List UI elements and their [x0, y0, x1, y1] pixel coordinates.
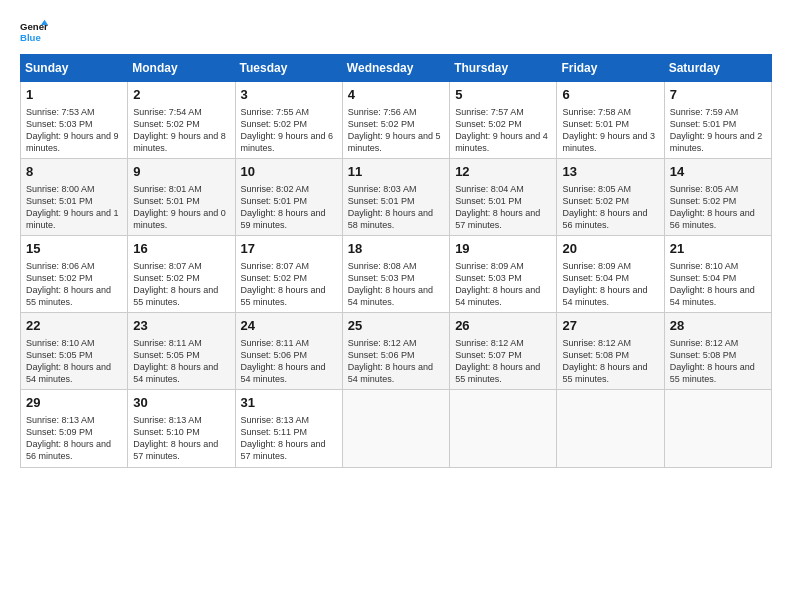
- day-header-sunday: Sunday: [21, 55, 128, 82]
- calendar-cell: 25Sunrise: 8:12 AMSunset: 5:06 PMDayligh…: [342, 313, 449, 390]
- day-number: 24: [241, 317, 337, 335]
- calendar-cell: 27Sunrise: 8:12 AMSunset: 5:08 PMDayligh…: [557, 313, 664, 390]
- daylight-text: Daylight: 8 hours and 57 minutes.: [133, 438, 229, 462]
- sunrise-text: Sunrise: 8:11 AM: [241, 337, 337, 349]
- day-number: 1: [26, 86, 122, 104]
- sunset-text: Sunset: 5:01 PM: [133, 195, 229, 207]
- day-number: 30: [133, 394, 229, 412]
- sunrise-text: Sunrise: 8:10 AM: [26, 337, 122, 349]
- sunset-text: Sunset: 5:02 PM: [26, 272, 122, 284]
- sunset-text: Sunset: 5:02 PM: [133, 118, 229, 130]
- daylight-text: Daylight: 9 hours and 1 minute.: [26, 207, 122, 231]
- sunset-text: Sunset: 5:02 PM: [241, 272, 337, 284]
- day-number: 14: [670, 163, 766, 181]
- calendar-cell: 3Sunrise: 7:55 AMSunset: 5:02 PMDaylight…: [235, 82, 342, 159]
- sunrise-text: Sunrise: 8:00 AM: [26, 183, 122, 195]
- sunset-text: Sunset: 5:02 PM: [670, 195, 766, 207]
- day-number: 16: [133, 240, 229, 258]
- calendar-header-row: SundayMondayTuesdayWednesdayThursdayFrid…: [21, 55, 772, 82]
- daylight-text: Daylight: 9 hours and 6 minutes.: [241, 130, 337, 154]
- sunrise-text: Sunrise: 8:12 AM: [670, 337, 766, 349]
- sunset-text: Sunset: 5:02 PM: [562, 195, 658, 207]
- calendar-cell: 30Sunrise: 8:13 AMSunset: 5:10 PMDayligh…: [128, 390, 235, 467]
- logo-icon: General Blue: [20, 18, 48, 46]
- day-number: 8: [26, 163, 122, 181]
- calendar-week-3: 15Sunrise: 8:06 AMSunset: 5:02 PMDayligh…: [21, 236, 772, 313]
- day-number: 25: [348, 317, 444, 335]
- day-number: 10: [241, 163, 337, 181]
- day-number: 19: [455, 240, 551, 258]
- calendar-cell: [342, 390, 449, 467]
- calendar-cell: 2Sunrise: 7:54 AMSunset: 5:02 PMDaylight…: [128, 82, 235, 159]
- sunrise-text: Sunrise: 8:13 AM: [26, 414, 122, 426]
- main-container: General Blue SundayMondayTuesdayWednesda…: [0, 0, 792, 478]
- day-number: 2: [133, 86, 229, 104]
- day-number: 4: [348, 86, 444, 104]
- day-number: 29: [26, 394, 122, 412]
- day-number: 27: [562, 317, 658, 335]
- daylight-text: Daylight: 8 hours and 54 minutes.: [670, 284, 766, 308]
- calendar-cell: 23Sunrise: 8:11 AMSunset: 5:05 PMDayligh…: [128, 313, 235, 390]
- calendar-cell: [557, 390, 664, 467]
- sunrise-text: Sunrise: 8:07 AM: [241, 260, 337, 272]
- sunset-text: Sunset: 5:09 PM: [26, 426, 122, 438]
- calendar-cell: 15Sunrise: 8:06 AMSunset: 5:02 PMDayligh…: [21, 236, 128, 313]
- daylight-text: Daylight: 8 hours and 54 minutes.: [26, 361, 122, 385]
- daylight-text: Daylight: 8 hours and 55 minutes.: [455, 361, 551, 385]
- calendar-cell: 14Sunrise: 8:05 AMSunset: 5:02 PMDayligh…: [664, 159, 771, 236]
- day-header-saturday: Saturday: [664, 55, 771, 82]
- day-number: 11: [348, 163, 444, 181]
- sunrise-text: Sunrise: 8:08 AM: [348, 260, 444, 272]
- calendar-cell: 6Sunrise: 7:58 AMSunset: 5:01 PMDaylight…: [557, 82, 664, 159]
- calendar-cell: 1Sunrise: 7:53 AMSunset: 5:03 PMDaylight…: [21, 82, 128, 159]
- sunrise-text: Sunrise: 8:01 AM: [133, 183, 229, 195]
- sunset-text: Sunset: 5:01 PM: [26, 195, 122, 207]
- sunset-text: Sunset: 5:01 PM: [241, 195, 337, 207]
- daylight-text: Daylight: 8 hours and 55 minutes.: [26, 284, 122, 308]
- calendar-table: SundayMondayTuesdayWednesdayThursdayFrid…: [20, 54, 772, 468]
- day-header-friday: Friday: [557, 55, 664, 82]
- daylight-text: Daylight: 8 hours and 54 minutes.: [348, 284, 444, 308]
- daylight-text: Daylight: 9 hours and 2 minutes.: [670, 130, 766, 154]
- day-number: 17: [241, 240, 337, 258]
- daylight-text: Daylight: 8 hours and 59 minutes.: [241, 207, 337, 231]
- sunrise-text: Sunrise: 8:12 AM: [348, 337, 444, 349]
- day-number: 9: [133, 163, 229, 181]
- sunrise-text: Sunrise: 8:12 AM: [455, 337, 551, 349]
- sunrise-text: Sunrise: 8:05 AM: [562, 183, 658, 195]
- day-number: 3: [241, 86, 337, 104]
- sunset-text: Sunset: 5:08 PM: [670, 349, 766, 361]
- sunset-text: Sunset: 5:05 PM: [26, 349, 122, 361]
- day-number: 6: [562, 86, 658, 104]
- sunset-text: Sunset: 5:03 PM: [348, 272, 444, 284]
- calendar-cell: 26Sunrise: 8:12 AMSunset: 5:07 PMDayligh…: [450, 313, 557, 390]
- day-number: 26: [455, 317, 551, 335]
- sunset-text: Sunset: 5:04 PM: [562, 272, 658, 284]
- calendar-cell: [664, 390, 771, 467]
- sunrise-text: Sunrise: 8:02 AM: [241, 183, 337, 195]
- sunset-text: Sunset: 5:02 PM: [241, 118, 337, 130]
- sunrise-text: Sunrise: 7:55 AM: [241, 106, 337, 118]
- calendar-week-4: 22Sunrise: 8:10 AMSunset: 5:05 PMDayligh…: [21, 313, 772, 390]
- sunset-text: Sunset: 5:02 PM: [455, 118, 551, 130]
- sunrise-text: Sunrise: 8:03 AM: [348, 183, 444, 195]
- calendar-cell: [450, 390, 557, 467]
- sunrise-text: Sunrise: 7:58 AM: [562, 106, 658, 118]
- daylight-text: Daylight: 8 hours and 58 minutes.: [348, 207, 444, 231]
- daylight-text: Daylight: 8 hours and 55 minutes.: [562, 361, 658, 385]
- sunset-text: Sunset: 5:01 PM: [562, 118, 658, 130]
- calendar-cell: 8Sunrise: 8:00 AMSunset: 5:01 PMDaylight…: [21, 159, 128, 236]
- calendar-cell: 22Sunrise: 8:10 AMSunset: 5:05 PMDayligh…: [21, 313, 128, 390]
- calendar-cell: 28Sunrise: 8:12 AMSunset: 5:08 PMDayligh…: [664, 313, 771, 390]
- daylight-text: Daylight: 9 hours and 5 minutes.: [348, 130, 444, 154]
- sunset-text: Sunset: 5:03 PM: [26, 118, 122, 130]
- sunrise-text: Sunrise: 8:09 AM: [562, 260, 658, 272]
- daylight-text: Daylight: 8 hours and 57 minutes.: [455, 207, 551, 231]
- daylight-text: Daylight: 8 hours and 57 minutes.: [241, 438, 337, 462]
- sunrise-text: Sunrise: 8:12 AM: [562, 337, 658, 349]
- sunrise-text: Sunrise: 8:13 AM: [133, 414, 229, 426]
- calendar-week-2: 8Sunrise: 8:00 AMSunset: 5:01 PMDaylight…: [21, 159, 772, 236]
- sunset-text: Sunset: 5:01 PM: [670, 118, 766, 130]
- day-number: 5: [455, 86, 551, 104]
- sunset-text: Sunset: 5:04 PM: [670, 272, 766, 284]
